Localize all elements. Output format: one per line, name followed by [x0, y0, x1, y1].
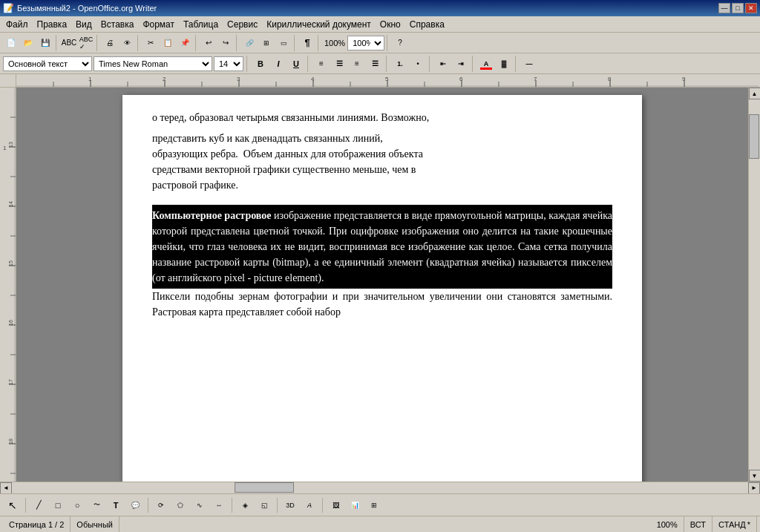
style-select[interactable]: Основной текст — [3, 56, 92, 71]
h-scroll-thumb[interactable] — [235, 482, 294, 493]
line-tool-button[interactable]: ╱ — [30, 497, 47, 513]
svg-text:8: 8 — [608, 76, 612, 82]
scroll-down-button[interactable]: ▼ — [749, 470, 761, 482]
spellcheck2-button[interactable]: ABC✓ — [78, 35, 94, 51]
sep6 — [294, 35, 297, 51]
save-button[interactable]: 💾 — [37, 35, 53, 51]
connector-tool-button[interactable]: ↔ — [211, 497, 227, 513]
svg-text:1: 1 — [88, 76, 92, 82]
menu-cyrillic[interactable]: Кириллический документ — [262, 18, 376, 31]
scroll-up-button[interactable]: ▲ — [749, 88, 761, 99]
3d-button[interactable]: 3D — [282, 497, 298, 513]
italic-button[interactable]: I — [270, 56, 286, 72]
open-button[interactable]: 📂 — [20, 35, 36, 51]
rect-tool-button[interactable]: □ — [50, 497, 66, 513]
print-preview-button[interactable]: 👁 — [119, 35, 135, 51]
print-button[interactable]: 🖨 — [102, 35, 118, 51]
decrease-indent-button[interactable]: ⇤ — [435, 56, 451, 72]
paragraph-1: о теред, образовал четырьмя связанными л… — [152, 110, 612, 125]
menu-bar: Файл Правка Вид Вставка Формат Таблица С… — [0, 16, 760, 33]
draw-sep1 — [25, 498, 26, 513]
zoom-select[interactable]: 100% — [347, 36, 384, 50]
paste-button[interactable]: 📌 — [177, 35, 193, 51]
size-select[interactable]: 14 — [214, 56, 243, 71]
insert-frame-button[interactable]: ▭ — [275, 35, 292, 51]
align-justify-button[interactable]: ☰ — [367, 56, 383, 72]
align-left-button[interactable]: ≡ — [313, 56, 330, 72]
new-button[interactable]: 📄 — [3, 35, 19, 51]
spellcheck-button[interactable]: ABC — [61, 35, 77, 51]
select-tool-button[interactable]: ↖ — [4, 497, 21, 513]
svg-text:15: 15 — [8, 260, 13, 266]
h-scroll-track[interactable] — [12, 482, 748, 493]
menu-window[interactable]: Окно — [376, 18, 405, 31]
menu-help[interactable]: Справка — [405, 18, 449, 31]
sep5 — [236, 35, 239, 51]
font-color-button[interactable]: A — [478, 56, 494, 72]
hyperlink-button[interactable]: 🔗 — [241, 35, 258, 51]
window-title: Безымянный2 - OpenOffice.org Writer — [17, 4, 157, 13]
highlight-button[interactable]: ▓ — [496, 56, 512, 72]
insert-object-button[interactable]: ⊞ — [366, 497, 382, 513]
font-select[interactable]: Times New Roman — [94, 56, 212, 71]
scroll-left-button[interactable]: ◄ — [0, 482, 12, 494]
shadow-button[interactable]: ◱ — [256, 497, 272, 513]
bullets-button[interactable]: • — [410, 56, 426, 72]
table-button[interactable]: ⊞ — [258, 35, 275, 51]
numbering-button[interactable]: 1. — [392, 56, 408, 72]
horizontal-scrollbar[interactable]: ◄ ► — [0, 482, 760, 493]
help-button[interactable]: ? — [392, 35, 408, 51]
underline-button[interactable]: U — [288, 56, 304, 72]
menu-tools[interactable]: Сервис — [223, 18, 262, 31]
copy-button[interactable]: 📋 — [160, 35, 176, 51]
undo-button[interactable]: ↩ — [200, 35, 217, 51]
polygon-tool-button[interactable]: ⬠ — [172, 497, 189, 513]
char-format-button[interactable]: — — [521, 56, 537, 72]
fontwork-button[interactable]: A — [301, 497, 318, 513]
title-bar-controls[interactable]: — □ ✕ — [718, 3, 757, 13]
doc-main: 1 13 14 15 16 17 18 о теред, образовал ч… — [0, 88, 760, 482]
vertical-ruler: 1 13 14 15 16 17 18 — [0, 88, 16, 482]
toggle-nonprint-button[interactable]: ¶ — [299, 35, 315, 51]
vertical-scrollbar[interactable]: ▲ ▼ — [748, 88, 760, 482]
maximize-button[interactable]: □ — [732, 3, 744, 13]
menu-format[interactable]: Формат — [138, 18, 179, 31]
document-container[interactable]: о теред, образовал четырьмя связанными л… — [16, 88, 748, 482]
redo-button[interactable]: ↪ — [217, 35, 234, 51]
cut-button[interactable]: ✂ — [142, 35, 159, 51]
menu-insert[interactable]: Вставка — [96, 18, 139, 31]
svg-text:7: 7 — [534, 76, 537, 82]
scroll-track[interactable] — [749, 99, 760, 470]
fmt-sep6 — [515, 56, 518, 72]
sep3 — [137, 35, 140, 51]
ellipse-tool-button[interactable]: ○ — [69, 497, 85, 513]
curve-tool-button[interactable]: ∿ — [191, 497, 208, 513]
align-right-button[interactable]: ≡ — [349, 56, 365, 72]
rotation-tool-button[interactable]: ⟳ — [153, 497, 169, 513]
ruler-scale: 1 2 3 4 5 6 7 8 9 — [16, 74, 760, 87]
scroll-thumb[interactable] — [749, 114, 759, 159]
minimize-button[interactable]: — — [718, 3, 730, 13]
increase-indent-button[interactable]: ⇥ — [453, 56, 469, 72]
ruler-corner — [0, 74, 16, 88]
insert-chart-button[interactable]: 📊 — [347, 497, 363, 513]
svg-text:5: 5 — [385, 76, 389, 82]
fill-button[interactable]: ◈ — [237, 497, 253, 513]
app-icon: 📝 — [3, 3, 14, 13]
bold-button[interactable]: B — [252, 56, 269, 72]
scroll-right-button[interactable]: ► — [748, 482, 760, 494]
menu-view[interactable]: Вид — [71, 18, 96, 31]
freeform-tool-button[interactable]: 〜 — [88, 497, 105, 513]
zoom-label: 100% — [323, 39, 347, 47]
menu-file[interactable]: Файл — [1, 18, 33, 31]
normal-text-pixels: Пиксели подобны зернам фотографии и при … — [152, 291, 612, 318]
menu-edit[interactable]: Правка — [33, 18, 72, 31]
align-center-button[interactable]: ☰ — [331, 56, 347, 72]
svg-text:13: 13 — [8, 142, 13, 148]
callout-tool-button[interactable]: 💬 — [127, 497, 143, 513]
close-button[interactable]: ✕ — [745, 3, 757, 13]
text-tool-button[interactable]: T — [108, 497, 124, 513]
insert-image-button[interactable]: 🖼 — [327, 497, 344, 513]
svg-text:14: 14 — [8, 201, 13, 207]
menu-table[interactable]: Таблица — [179, 18, 223, 31]
